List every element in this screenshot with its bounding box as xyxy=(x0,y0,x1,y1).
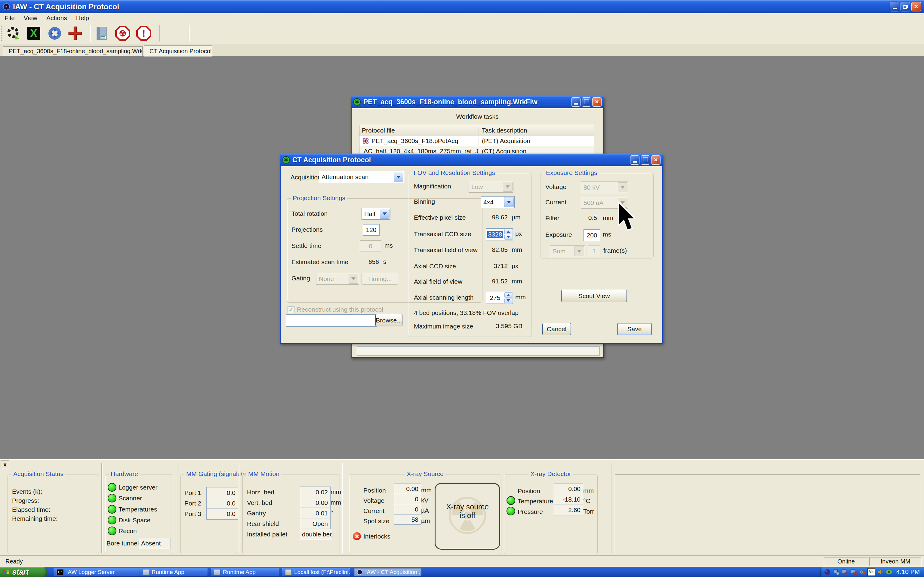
excel-export-icon[interactable]: X xyxy=(26,26,42,41)
dock-divider xyxy=(611,463,612,553)
axial-fov-value: 91.52 xyxy=(478,278,508,285)
spin-up-icon[interactable] xyxy=(504,229,512,234)
workflow-status-strip xyxy=(357,347,600,356)
spin-down-icon[interactable] xyxy=(504,298,512,303)
cancel-button[interactable]: Cancel xyxy=(542,323,571,335)
spin-up-icon[interactable] xyxy=(504,292,512,298)
chevron-down-icon[interactable] xyxy=(504,197,514,207)
current-label: Current xyxy=(545,198,566,206)
menu-view[interactable]: View xyxy=(19,14,42,22)
report-icon[interactable] xyxy=(94,26,110,41)
center-fov-icon[interactable] xyxy=(47,26,63,41)
group-title: X-ray Source xyxy=(405,470,446,477)
port1-label: Port 1 xyxy=(184,489,201,497)
dock-close-icon[interactable]: x xyxy=(1,460,9,469)
tray-clock[interactable]: 4:10 PM xyxy=(897,568,924,575)
close-icon[interactable]: × xyxy=(651,155,661,165)
installed-pallet-label: Installed pallet xyxy=(247,530,287,538)
total-rotation-label: Total rotation xyxy=(291,210,328,218)
tray-network-error-icon[interactable] xyxy=(850,569,857,575)
workflow-titlebar[interactable]: PET_acq_3600s_F18-online_blood_sampling.… xyxy=(351,95,604,108)
toolbar-section-edge xyxy=(189,25,190,42)
transaxial-ccd-size-value[interactable]: 3328 xyxy=(487,231,503,238)
close-icon[interactable]: × xyxy=(911,2,921,11)
acquisition-status-group: Acquisition Status Events (k): Progress:… xyxy=(8,474,99,554)
tray-network-error-icon[interactable] xyxy=(841,569,848,575)
axial-scanning-length-value[interactable]: 275 xyxy=(489,294,500,301)
tray-nvidia-icon[interactable] xyxy=(885,569,892,575)
task-iaw-logger[interactable]: C:\ IAW Logger Server xyxy=(53,568,142,576)
tray-gear-icon[interactable] xyxy=(859,569,866,575)
task-runtime-app-2[interactable]: Runtime App xyxy=(211,568,279,576)
screen: 2 IAW - CT Acquisition Protocol × File V… xyxy=(0,0,924,577)
source-position-unit: mm xyxy=(421,487,431,494)
scout-view-button[interactable]: Scout View xyxy=(561,290,627,302)
column-header-task-description[interactable]: Task description xyxy=(478,127,594,134)
minimize-icon[interactable] xyxy=(890,2,899,11)
toolbar-drag-handle[interactable] xyxy=(1,26,2,41)
menu-help[interactable]: Help xyxy=(71,14,94,22)
protocol-path-input[interactable] xyxy=(286,314,376,327)
timing-button: Timing... xyxy=(362,273,398,285)
table-row[interactable]: PET_acq_3600s_F18.pPetAcq (PET) Acquisit… xyxy=(359,136,594,146)
tab-pet-workflow[interactable]: PET_acq_3600s_F18-online_blood_sampling.… xyxy=(3,46,142,56)
remaining-time-label: Remaining time: xyxy=(12,515,58,522)
exposure-input[interactable]: 200 xyxy=(583,229,600,241)
elapsed-time-label: Elapsed time: xyxy=(12,506,50,514)
task-runtime-app-1[interactable]: Runtime App xyxy=(140,568,208,576)
start-button[interactable]: start xyxy=(0,567,47,577)
dock-divider xyxy=(342,463,343,553)
tray-sphere-icon[interactable] xyxy=(824,569,831,575)
add-icon[interactable] xyxy=(67,26,83,41)
chevron-down-icon[interactable] xyxy=(394,172,403,182)
task-label: IAW Logger Server xyxy=(66,569,115,575)
maximize-icon[interactable] xyxy=(641,155,650,165)
transaxial-ccd-size-stepper[interactable]: 3328 xyxy=(486,228,513,240)
group-title: Hardware xyxy=(109,470,140,477)
minimize-icon[interactable] xyxy=(630,155,640,165)
detector-temperature-label: Temperature xyxy=(518,497,553,505)
acquisition-select[interactable]: Attenuation scan xyxy=(319,171,404,183)
gating-select: None xyxy=(316,273,359,285)
binning-select[interactable]: 4x4 xyxy=(481,196,515,208)
xray-source-off-button[interactable]: ☢ X-ray source is off xyxy=(435,483,500,550)
projections-input[interactable]: 120 xyxy=(363,224,380,235)
app-window-icon xyxy=(142,569,149,575)
close-icon[interactable]: × xyxy=(592,97,602,107)
tray-volume-icon[interactable] xyxy=(877,569,884,575)
effective-pixel-size-value: 98.62 xyxy=(478,214,508,221)
tab-ct-protocol[interactable]: CT Acquisition Protocol5 xyxy=(144,45,212,56)
protocol-file: PET_acq_3600s_F18.pPetAcq xyxy=(372,137,458,145)
gating-label: Gating xyxy=(291,274,310,282)
filter-value: 0.5 xyxy=(579,214,597,221)
chevron-down-icon[interactable] xyxy=(380,209,389,219)
total-rotation-select[interactable]: Half xyxy=(362,208,391,220)
chevron-down-icon xyxy=(503,182,512,192)
save-button[interactable]: Save xyxy=(617,323,652,335)
tray-vnc-icon[interactable]: Vc xyxy=(867,568,875,576)
tray-network-icon[interactable] xyxy=(833,569,840,575)
dialog-titlebar[interactable]: CT Acquisition Protocol × xyxy=(280,153,663,166)
spin-down-icon[interactable] xyxy=(504,235,512,240)
group-title: Acquisition Status xyxy=(11,470,65,477)
menu-file[interactable]: File xyxy=(0,14,19,22)
vert-bed-value: 0.00 xyxy=(300,497,331,508)
scanner-rotation-icon[interactable] xyxy=(5,26,21,41)
maximize-icon[interactable] xyxy=(582,97,591,107)
restore-icon[interactable] xyxy=(901,2,910,11)
browse-button[interactable]: Browse... xyxy=(375,314,402,326)
task-localhost[interactable]: LocalHost (F:\Preclini... xyxy=(282,568,350,576)
ct-acquisition-dialog: CT Acquisition Protocol × Acquisition At… xyxy=(280,153,663,344)
bore-tunnel-value: Absent xyxy=(139,538,171,549)
xray-warning-icon[interactable]: ☢ xyxy=(115,26,131,41)
acquisition-value: Attenuation scan xyxy=(321,173,368,181)
task-iaw-ct-acquisition[interactable]: IAW - CT Acquisition ... xyxy=(354,568,422,576)
menu-actions[interactable]: Actions xyxy=(42,14,71,22)
progress-label: Progress: xyxy=(12,497,39,504)
alert-icon[interactable]: ! xyxy=(136,26,152,41)
axial-scanning-length-stepper[interactable]: 275 xyxy=(486,292,513,304)
dock-divider xyxy=(101,463,103,553)
column-header-protocol-file[interactable]: Protocol file xyxy=(359,127,478,134)
dock-empty-panel xyxy=(615,474,921,554)
minimize-icon[interactable] xyxy=(571,97,580,107)
